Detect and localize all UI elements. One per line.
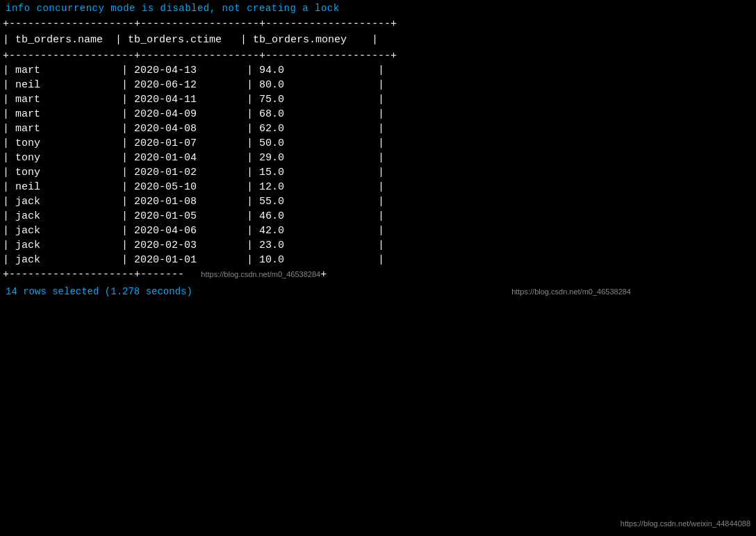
divider-part3: +: [320, 269, 327, 280]
watermark-2: https://blog.csdn.net/weixin_44844088: [621, 519, 750, 528]
table-row: | tony | 2020-01-02 | 15.0 |: [3, 165, 753, 180]
divider-part1: +--------------------+-------: [3, 269, 190, 280]
table-row: | mart | 2020-04-11 | 75.0 |: [3, 92, 753, 107]
table-row: | mart | 2020-04-09 | 68.0 |: [3, 107, 753, 122]
header-divider: +--------------------+------------------…: [3, 49, 753, 63]
bottom-divider: +--------------------+------- https://bl…: [3, 267, 753, 282]
table-container: +--------------------+------------------…: [0, 17, 756, 282]
table-row: | tony | 2020-01-04 | 29.0 |: [3, 151, 753, 165]
table-row: | mart | 2020-04-08 | 62.0 |: [3, 122, 753, 136]
table-row: | tony | 2020-01-07 | 50.0 |: [3, 136, 753, 151]
table-row: | jack | 2020-01-08 | 55.0 |: [3, 194, 753, 209]
rows-selected-text: 14 rows selected (1.278 seconds): [6, 286, 192, 297]
url-overlay-1: https://blog.csdn.net/m0_46538284: [511, 287, 631, 296]
table-row: | mart | 2020-04-13 | 94.0 |: [3, 63, 753, 78]
info-line: info concurrency mode is disabled, not c…: [0, 0, 756, 17]
url-in-divider: https://blog.csdn.net/m0_46538284: [190, 270, 320, 278]
table-row: | jack | 2020-01-01 | 10.0 |: [3, 253, 753, 267]
table-row: | jack | 2020-02-03 | 23.0 |: [3, 238, 753, 253]
table-row: | neil | 2020-06-12 | 80.0 |: [3, 78, 753, 92]
table-row: | jack | 2020-01-05 | 46.0 |: [3, 209, 753, 224]
top-divider: +--------------------+------------------…: [3, 17, 753, 31]
table-rows: | mart | 2020-04-13 | 94.0 || neil | 202…: [3, 63, 753, 267]
terminal: info concurrency mode is disabled, not c…: [0, 0, 756, 536]
table-row: | jack | 2020-04-06 | 42.0 |: [3, 224, 753, 238]
table-header: | tb_orders.name | tb_orders.ctime | tb_…: [3, 31, 753, 49]
table-row: | neil | 2020-05-10 | 12.0 |: [3, 180, 753, 194]
footer-line: 14 rows selected (1.278 seconds) https:/…: [0, 283, 756, 300]
